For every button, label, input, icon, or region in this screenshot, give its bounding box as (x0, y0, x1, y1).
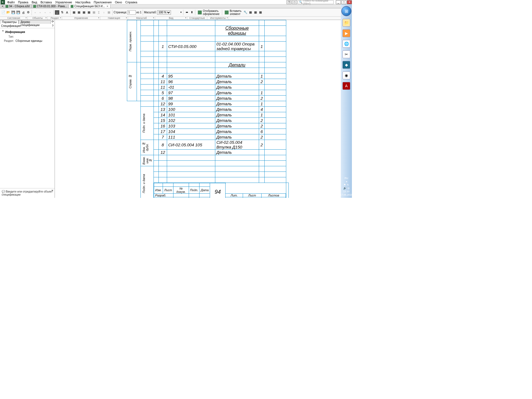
mgmt6-icon[interactable]: Σ (97, 10, 101, 15)
row-pos[interactable]: 13 (159, 107, 167, 112)
row-qty[interactable]: 2 (259, 118, 265, 123)
row-code[interactable]: 104 (167, 129, 215, 134)
row-pos[interactable]: 7 (159, 134, 167, 140)
task-globe-icon[interactable]: 🌐 (342, 40, 350, 48)
scale-select[interactable]: 100 % (157, 10, 171, 15)
tray-time[interactable]: 12:20 (340, 190, 352, 193)
row-name[interactable]: Деталь (215, 107, 259, 112)
row-qty[interactable]: 1 (259, 112, 265, 118)
row-name[interactable]: Деталь (215, 112, 259, 118)
std3-icon[interactable]: ▦ (253, 10, 258, 15)
std1-icon[interactable]: 🔧 (243, 10, 248, 15)
std4-icon[interactable]: ▦ (258, 10, 263, 15)
page-input[interactable] (127, 10, 136, 15)
row-code[interactable]: 100 (167, 107, 215, 112)
row-name[interactable]: Деталь (215, 79, 259, 85)
save-as-icon[interactable]: 💾 (16, 10, 21, 15)
row-pos[interactable]: 15 (159, 118, 167, 123)
row-code[interactable]: 95 (167, 73, 215, 79)
row-code[interactable]: 99 (167, 101, 215, 107)
tab-2[interactable]: Спецификация БЕЗ И...✕ (69, 4, 110, 8)
task-adobe-icon[interactable]: A (342, 82, 350, 90)
row-qty[interactable]: 1 (259, 101, 265, 107)
obj1-icon[interactable]: ▫ (33, 10, 37, 15)
row-name[interactable]: Деталь (215, 123, 259, 129)
row-name[interactable]: Деталь (215, 85, 259, 90)
tray-arrow-icon[interactable]: ◂ (340, 180, 352, 183)
help-icon[interactable]: ? (52, 24, 53, 27)
row-code[interactable] (167, 150, 215, 155)
mgmt7-icon[interactable]: ↑ (102, 10, 106, 15)
row-qty[interactable]: 2 (259, 79, 265, 85)
row-code[interactable]: 103 (167, 123, 215, 129)
row-qty[interactable]: 1 (259, 73, 265, 79)
task-explorer-icon[interactable]: 📁 (342, 19, 350, 27)
mgmt5-icon[interactable]: ▦ (92, 10, 96, 15)
print-icon[interactable]: 🖨 (21, 10, 25, 15)
row-code[interactable]: 102 (167, 118, 215, 123)
maximize-doc-icon[interactable]: □ (292, 0, 297, 4)
obj2-icon[interactable]: ▫ (38, 10, 42, 15)
row-name[interactable]: Деталь (215, 150, 259, 155)
insert-element-button[interactable]: Вставить элемент (223, 9, 243, 16)
refresh-icon[interactable]: ⟳ (51, 20, 55, 24)
menu-settings[interactable]: Настройка (74, 0, 92, 4)
row-pos[interactable]: 8 (159, 140, 167, 150)
row-code[interactable]: 96 (167, 79, 215, 85)
command-search[interactable]: 🔍 Поиск по командам (Alt+/) (298, 0, 334, 4)
section-info[interactable]: ⌃Информация (2, 30, 53, 34)
hint-close-icon[interactable]: ✕ (51, 189, 53, 192)
row-name[interactable]: 01-02.04.000 Опора задней траверсы (215, 42, 259, 51)
row-pos[interactable]: 1 (159, 42, 167, 51)
row-name[interactable]: Деталь (215, 134, 259, 140)
tab-close-icon[interactable]: ✕ (106, 5, 109, 8)
row-qty[interactable]: 4 (259, 107, 265, 112)
maximize-button[interactable]: □ (341, 0, 346, 4)
menu-help[interactable]: Справка (124, 0, 139, 4)
menu-view[interactable]: Вид (30, 0, 39, 4)
mgmt4-icon[interactable]: ▦ (87, 10, 91, 15)
show-format-button[interactable]: Отображать оформление (196, 9, 221, 16)
row-pos[interactable]: 17 (159, 129, 167, 134)
tray-flag-icon[interactable]: ⚑ (344, 183, 346, 186)
minimize-button[interactable]: _ (336, 0, 341, 4)
row-name[interactable]: СИ-02.05.004 Втулка Д150 (215, 140, 259, 150)
row-code[interactable]: -01 (167, 85, 215, 90)
fit-height-icon[interactable]: ⬍ (190, 10, 194, 15)
menu-manage[interactable]: Управление (53, 0, 74, 4)
row-qty[interactable]: 2 (259, 123, 265, 129)
row-name[interactable]: Деталь (215, 101, 259, 107)
canvas[interactable]: Перв. примен. Сборочные единицы 1СТИ-03.… (55, 20, 352, 198)
mgmt3-icon[interactable]: ▦ (82, 10, 86, 15)
start-button[interactable]: ⊞ (341, 6, 351, 16)
open-icon[interactable]: 📂 (6, 10, 11, 15)
row-name[interactable]: Деталь (215, 90, 259, 96)
tray-lang[interactable]: RU (340, 177, 352, 180)
menu-file[interactable]: Файл (6, 0, 16, 4)
menu-apps[interactable]: Приложения (92, 0, 113, 4)
new-icon[interactable]: 📄 (1, 10, 6, 15)
task-kompas-icon[interactable]: ◆ (342, 61, 350, 69)
tab-1[interactable]: СТИ-03.01.000 - Рама... (32, 4, 69, 8)
task-media-icon[interactable]: ▶ (342, 29, 350, 37)
sidebar-tab-params[interactable]: Параметры (0, 20, 19, 24)
mgmt8-icon[interactable]: ▦ (107, 10, 111, 15)
row-pos[interactable]: 11 (159, 85, 167, 90)
scale-dropdown-icon[interactable]: ▼ (180, 11, 182, 14)
tab-0[interactable]: 94 - Сборка.a3d (4, 4, 32, 8)
tray-sync-icon[interactable]: ↻ (347, 183, 349, 186)
sort-icon[interactable]: ⇅ (60, 10, 64, 15)
row-qty[interactable]: 2 (259, 134, 265, 140)
row-pos[interactable]: 12 (159, 101, 167, 107)
az-icon[interactable]: A (65, 10, 69, 15)
props-icon[interactable]: ⚙ (26, 10, 30, 15)
row-qty[interactable]: 6 (259, 129, 265, 134)
row-name[interactable]: Деталь (215, 73, 259, 79)
row-code[interactable]: 98 (167, 96, 215, 101)
row-code[interactable]: СИ-02.05.004 105 (167, 140, 215, 150)
row-name[interactable]: Деталь (215, 96, 259, 101)
row-qty[interactable]: 1 (259, 90, 265, 96)
fit-width-icon[interactable]: ⬌ (185, 10, 189, 15)
tray-date[interactable]: 17.05.2018 (340, 193, 352, 196)
row-pos[interactable]: 6 (159, 96, 167, 101)
